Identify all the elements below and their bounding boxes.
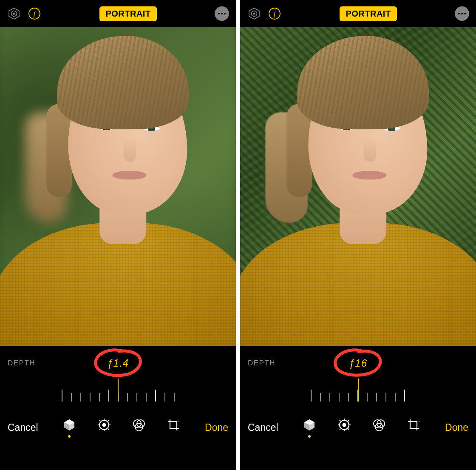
svg-point-24 xyxy=(253,13,255,15)
more-icon[interactable] xyxy=(455,6,469,21)
svg-line-38 xyxy=(348,429,349,430)
svg-line-18 xyxy=(108,420,109,421)
svg-line-39 xyxy=(340,429,340,430)
selected-indicator-dot xyxy=(68,435,71,438)
depth-readout: DEPTH ƒ16 xyxy=(240,346,476,380)
top-toolbar: f PORTRAIT xyxy=(240,0,476,27)
cancel-button[interactable]: Cancel xyxy=(248,422,278,433)
depth-slider[interactable] xyxy=(240,380,476,410)
annotation-circle xyxy=(332,348,385,378)
editor-pane-left: f PORTRAIT DEPTH ƒ1.4 xyxy=(0,0,236,470)
done-button[interactable]: Done xyxy=(445,422,468,433)
depth-slider[interactable] xyxy=(0,380,236,410)
filters-tool-icon[interactable] xyxy=(131,418,147,437)
bottom-toolbar: Cancel xyxy=(0,410,236,448)
top-toolbar: f PORTRAIT xyxy=(0,0,236,27)
svg-line-37 xyxy=(340,420,340,421)
svg-point-10 xyxy=(102,423,106,427)
svg-line-40 xyxy=(348,420,349,421)
svg-point-32 xyxy=(342,423,346,427)
svg-point-2 xyxy=(13,13,15,15)
photo-subject xyxy=(4,27,236,346)
cancel-button[interactable]: Cancel xyxy=(8,422,38,433)
more-icon[interactable] xyxy=(215,6,229,21)
depth-label: DEPTH xyxy=(8,359,35,367)
done-button[interactable]: Done xyxy=(205,422,228,433)
depth-readout: DEPTH ƒ1.4 xyxy=(0,346,236,380)
bottom-toolbar: Cancel xyxy=(240,410,476,448)
portrait-lighting-icon[interactable] xyxy=(247,6,261,21)
crop-tool-icon[interactable] xyxy=(166,418,181,437)
portrait-tool-icon[interactable] xyxy=(62,418,77,437)
svg-text:f: f xyxy=(34,10,37,18)
photo-preview[interactable] xyxy=(0,27,236,346)
photo-subject xyxy=(244,27,476,346)
portrait-tool-icon[interactable] xyxy=(302,418,317,437)
aperture-icon[interactable]: f xyxy=(267,6,282,21)
annotation-circle xyxy=(91,348,145,378)
svg-line-16 xyxy=(108,429,109,430)
svg-text:f: f xyxy=(274,10,277,18)
mode-badge[interactable]: PORTRAIT xyxy=(99,6,156,21)
slider-ticks xyxy=(311,390,405,402)
photo-preview[interactable] xyxy=(240,27,476,346)
adjust-tool-icon[interactable] xyxy=(96,418,112,437)
selected-indicator-dot xyxy=(308,435,311,438)
crop-tool-icon[interactable] xyxy=(406,418,422,437)
slider-ticks xyxy=(62,390,175,402)
editor-pane-right: f PORTRAIT DEPTH ƒ16 xyxy=(240,0,476,470)
filters-tool-icon[interactable] xyxy=(371,418,387,437)
aperture-icon[interactable]: f xyxy=(27,6,42,21)
depth-label: DEPTH xyxy=(248,359,275,367)
svg-line-17 xyxy=(99,429,100,430)
mode-badge[interactable]: PORTRAIT xyxy=(340,6,397,21)
adjust-tool-icon[interactable] xyxy=(337,418,352,437)
svg-line-15 xyxy=(99,420,100,421)
portrait-lighting-icon[interactable] xyxy=(7,6,21,21)
